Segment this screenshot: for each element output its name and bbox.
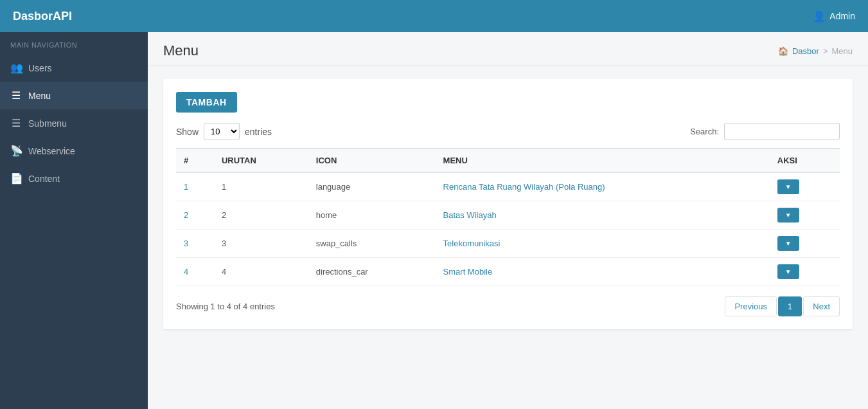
entries-select[interactable]: 10 25 50 100 xyxy=(204,123,240,140)
webservice-icon: 📡 xyxy=(10,145,22,157)
cell-icon: home xyxy=(308,201,436,230)
cell-num: 2 xyxy=(176,201,214,230)
col-icon: ICON xyxy=(308,149,436,172)
caret-icon: ▼ xyxy=(785,240,792,247)
entries-label: entries xyxy=(245,127,272,137)
cell-icon: directions_car xyxy=(308,258,436,286)
cell-num: 4 xyxy=(176,258,214,286)
previous-button[interactable]: Previous xyxy=(725,296,777,316)
navbar: DasborAPI 👤 Admin xyxy=(0,0,868,32)
tambah-button[interactable]: TAMBAH xyxy=(176,92,237,113)
table-row: 3 3 swap_calls Telekomunikasi ▼ xyxy=(176,230,840,258)
cell-aksi: ▼ xyxy=(770,230,840,258)
caret-icon: ▼ xyxy=(785,183,792,190)
col-aksi: AKSI xyxy=(770,149,840,172)
cell-icon: language xyxy=(308,172,436,201)
page-title: Menu xyxy=(163,42,199,59)
sidebar-label-content: Content xyxy=(28,174,60,184)
aksi-button[interactable]: ▼ xyxy=(777,236,799,251)
cell-aksi: ▼ xyxy=(770,201,840,230)
user-icon: 👤 xyxy=(813,10,826,23)
breadcrumb-separator: > xyxy=(823,46,828,56)
search-input[interactable] xyxy=(724,123,840,140)
content-icon: 📄 xyxy=(10,172,22,185)
page-1-button[interactable]: 1 xyxy=(778,296,802,316)
sidebar-item-submenu[interactable]: ☰ Submenu xyxy=(0,109,148,137)
sidebar-label-users: Users xyxy=(28,63,52,73)
search-label: Search: xyxy=(690,127,719,136)
table-body: 1 1 language Rencana Tata Ruang Wilayah … xyxy=(176,172,840,286)
sidebar-item-content[interactable]: 📄 Content xyxy=(0,165,148,192)
cell-urutan: 1 xyxy=(214,172,308,201)
menu-icon: ☰ xyxy=(10,89,22,102)
col-num: # xyxy=(176,149,214,172)
cell-urutan: 2 xyxy=(214,201,308,230)
col-urutan: URUTAN xyxy=(214,149,308,172)
col-menu: MENU xyxy=(436,149,770,172)
table-row: 4 4 directions_car Smart Mobile ▼ xyxy=(176,258,840,286)
sidebar-section-title: MAIN NAVIGATION xyxy=(0,32,148,54)
table-controls: Show 10 25 50 100 entries Search: xyxy=(176,123,840,140)
table-row: 2 2 home Batas Wilayah ▼ xyxy=(176,201,840,230)
navbar-username: Admin xyxy=(829,11,855,21)
main-wrapper: MAIN NAVIGATION 👥 Users ☰ Menu ☰ Submenu… xyxy=(0,32,868,409)
table-header-row: # URUTAN ICON MENU AKSI xyxy=(176,149,840,172)
sidebar-item-webservice[interactable]: 📡 Webservice xyxy=(0,137,148,165)
caret-icon: ▼ xyxy=(785,268,792,275)
breadcrumb: 🏠 Dasbor > Menu xyxy=(778,46,853,56)
data-table: # URUTAN ICON MENU AKSI 1 1 language Ren… xyxy=(176,148,840,286)
search-box: Search: xyxy=(690,123,840,140)
main-card: TAMBAH Show 10 25 50 100 entries Search: xyxy=(163,79,853,329)
users-icon: 👥 xyxy=(10,62,22,74)
breadcrumb-home-icon: 🏠 xyxy=(778,46,788,56)
pagination-info: Showing 1 to 4 of 4 entries xyxy=(176,302,275,311)
cell-num: 1 xyxy=(176,172,214,201)
breadcrumb-current: Menu xyxy=(831,46,853,56)
aksi-button[interactable]: ▼ xyxy=(777,264,799,279)
cell-urutan: 3 xyxy=(214,230,308,258)
sidebar-label-submenu: Submenu xyxy=(28,118,67,129)
aksi-button[interactable]: ▼ xyxy=(777,179,799,194)
table-row: 1 1 language Rencana Tata Ruang Wilayah … xyxy=(176,172,840,201)
next-button[interactable]: Next xyxy=(803,296,840,316)
cell-menu: Batas Wilayah xyxy=(436,201,770,230)
pagination-area: Showing 1 to 4 of 4 entries Previous 1 N… xyxy=(176,296,840,316)
cell-aksi: ▼ xyxy=(770,172,840,201)
submenu-icon: ☰ xyxy=(10,117,22,129)
cell-num: 3 xyxy=(176,230,214,258)
sidebar-item-users[interactable]: 👥 Users xyxy=(0,54,148,82)
cell-menu: Telekomunikasi xyxy=(436,230,770,258)
cell-icon: swap_calls xyxy=(308,230,436,258)
cell-menu: Smart Mobile xyxy=(436,258,770,286)
page-header: Menu 🏠 Dasbor > Menu xyxy=(148,32,868,66)
show-entries: Show 10 25 50 100 entries xyxy=(176,123,272,140)
sidebar: MAIN NAVIGATION 👥 Users ☰ Menu ☰ Submenu… xyxy=(0,32,148,409)
aksi-button[interactable]: ▼ xyxy=(777,208,799,223)
sidebar-label-menu: Menu xyxy=(28,91,51,101)
breadcrumb-home-link[interactable]: Dasbor xyxy=(792,46,819,56)
navbar-brand: DasborAPI xyxy=(13,10,72,23)
cell-urutan: 4 xyxy=(214,258,308,286)
content-area: Menu 🏠 Dasbor > Menu TAMBAH Show 10 25 5… xyxy=(148,32,868,409)
caret-icon: ▼ xyxy=(785,212,792,219)
navbar-user: 👤 Admin xyxy=(813,10,855,23)
table-head: # URUTAN ICON MENU AKSI xyxy=(176,149,840,172)
sidebar-item-menu[interactable]: ☰ Menu xyxy=(0,82,148,109)
cell-menu: Rencana Tata Ruang Wilayah (Pola Ruang) xyxy=(436,172,770,201)
sidebar-label-webservice: Webservice xyxy=(28,146,75,156)
show-label: Show xyxy=(176,127,199,137)
cell-aksi: ▼ xyxy=(770,258,840,286)
pagination-buttons: Previous 1 Next xyxy=(725,296,840,316)
